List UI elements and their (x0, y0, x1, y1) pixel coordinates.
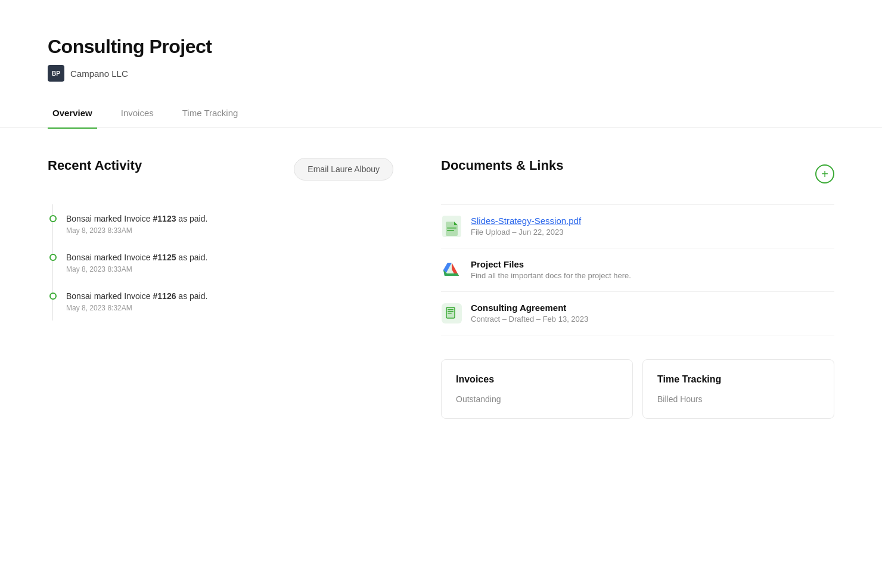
right-column: Documents & Links + Slides-Strategy-Sess… (441, 158, 834, 419)
main-content: Recent Activity Email Laure Albouy Bonsa… (0, 128, 882, 449)
doc-name-pdf[interactable]: Slides-Strategy-Session.pdf (471, 216, 581, 226)
doc-meta-pdf: File Upload – Jun 22, 2023 (471, 228, 581, 237)
activity-item: Bonsai marked Invoice #1123 as paid. May… (53, 204, 393, 243)
invoices-card-title: Invoices (456, 374, 618, 385)
recent-activity-header: Recent Activity Email Laure Albouy (48, 158, 393, 198)
activity-dot (49, 254, 57, 261)
tabs-container: Overview Invoices Time Tracking (0, 99, 882, 128)
tab-overview[interactable]: Overview (48, 101, 97, 129)
client-row: BP Campano LLC (48, 65, 834, 82)
doc-name-contract[interactable]: Consulting Agreement (471, 303, 588, 313)
time-tracking-card[interactable]: Time Tracking Billed Hours (642, 359, 834, 419)
svg-rect-9 (448, 309, 454, 310)
doc-meta-gdrive: Find all the important docs for the proj… (471, 271, 631, 280)
svg-rect-1 (447, 228, 456, 229)
activity-content-2: Bonsai marked Invoice #1125 as paid. May… (53, 251, 207, 273)
doc-info-pdf: Slides-Strategy-Session.pdf File Upload … (471, 216, 581, 237)
activity-item: Bonsai marked Invoice #1125 as paid. May… (53, 243, 393, 282)
documents-header: Documents & Links + (441, 158, 834, 190)
activity-dot (49, 215, 57, 222)
activity-dot (49, 293, 57, 300)
invoices-card-label: Outstanding (456, 394, 618, 404)
invoices-card[interactable]: Invoices Outstanding (441, 359, 633, 419)
time-tracking-card-label: Billed Hours (657, 394, 819, 404)
tabs-row: Overview Invoices Time Tracking (48, 99, 834, 127)
time-tracking-card-title: Time Tracking (657, 374, 819, 385)
bottom-cards: Invoices Outstanding Time Tracking Bille… (441, 359, 834, 419)
doc-info-contract: Consulting Agreement Contract – Drafted … (471, 303, 588, 323)
svg-rect-10 (448, 311, 454, 312)
documents-title: Documents & Links (441, 158, 563, 173)
left-column: Recent Activity Email Laure Albouy Bonsa… (48, 158, 393, 419)
recent-activity-title: Recent Activity (48, 158, 142, 173)
activity-time-3: May 8, 2023 8:32AM (66, 304, 207, 312)
pdf-icon (441, 216, 462, 237)
add-document-button[interactable]: + (815, 164, 834, 183)
doc-name-gdrive[interactable]: Project Files (471, 259, 631, 269)
document-item-pdf[interactable]: Slides-Strategy-Session.pdf File Upload … (441, 204, 834, 248)
contract-icon (441, 303, 462, 324)
activity-text-1: Bonsai marked Invoice #1123 as paid. (66, 213, 207, 225)
project-title: Consulting Project (48, 36, 834, 58)
document-list: Slides-Strategy-Session.pdf File Upload … (441, 204, 834, 335)
svg-rect-2 (447, 230, 454, 231)
svg-rect-11 (448, 313, 452, 314)
doc-info-gdrive: Project Files Find all the important doc… (471, 259, 631, 280)
client-avatar: BP (48, 65, 64, 82)
activity-time-1: May 8, 2023 8:33AM (66, 226, 207, 235)
client-name: Campano LLC (70, 69, 128, 79)
project-header: Consulting Project BP Campano LLC (0, 0, 882, 82)
activity-text-3: Bonsai marked Invoice #1126 as paid. (66, 290, 207, 303)
gdrive-icon (441, 259, 462, 281)
doc-meta-contract: Contract – Drafted – Feb 13, 2023 (471, 315, 588, 323)
activity-item: Bonsai marked Invoice #1126 as paid. May… (53, 282, 393, 321)
email-button[interactable]: Email Laure Albouy (294, 158, 393, 181)
activity-time-2: May 8, 2023 8:33AM (66, 265, 207, 273)
document-item-gdrive[interactable]: Project Files Find all the important doc… (441, 248, 834, 292)
tab-time-tracking[interactable]: Time Tracking (178, 101, 243, 129)
activity-list: Bonsai marked Invoice #1123 as paid. May… (52, 204, 393, 321)
tab-invoices[interactable]: Invoices (116, 101, 159, 129)
document-item-contract[interactable]: Consulting Agreement Contract – Drafted … (441, 292, 834, 335)
activity-content-3: Bonsai marked Invoice #1126 as paid. May… (53, 290, 207, 312)
activity-content-1: Bonsai marked Invoice #1123 as paid. May… (53, 213, 207, 235)
activity-text-2: Bonsai marked Invoice #1125 as paid. (66, 251, 207, 264)
